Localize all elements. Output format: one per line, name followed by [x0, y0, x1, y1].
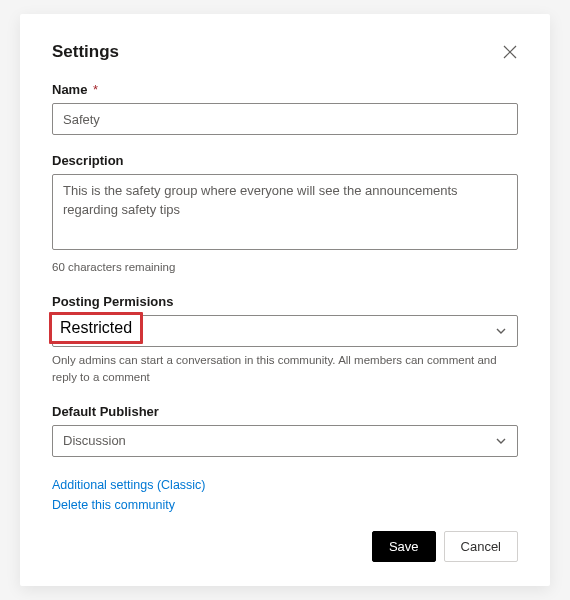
settings-dialog: Settings Name * Description This is the … — [20, 14, 550, 585]
dialog-header: Settings — [52, 42, 518, 62]
chevron-down-icon — [495, 435, 507, 447]
dialog-title: Settings — [52, 42, 119, 62]
links-group: Additional settings (Classic) Delete thi… — [52, 475, 518, 515]
save-button[interactable]: Save — [372, 531, 436, 562]
publisher-label: Default Publisher — [52, 404, 518, 419]
publisher-selected-value: Discussion — [63, 433, 126, 448]
posting-helper-text: Only admins can start a conversation in … — [52, 352, 518, 385]
default-publisher-select[interactable]: Discussion — [52, 425, 518, 457]
description-label: Description — [52, 153, 518, 168]
posting-highlight-text: Restricted — [60, 319, 132, 337]
dialog-footer: Save Cancel — [52, 531, 518, 562]
close-icon[interactable] — [502, 44, 518, 60]
posting-label: Posting Permisions — [52, 294, 518, 309]
description-remaining: 60 characters remaining — [52, 259, 518, 276]
name-input[interactable] — [52, 103, 518, 135]
name-field-group: Name * — [52, 82, 518, 135]
chevron-down-icon — [495, 325, 507, 337]
description-field-group: Description This is the safety group whe… — [52, 153, 518, 276]
name-label-text: Name — [52, 82, 87, 97]
required-marker: * — [93, 82, 98, 97]
posting-permissions-group: Posting Permisions Restricted Restricted… — [52, 294, 518, 385]
cancel-button[interactable]: Cancel — [444, 531, 518, 562]
additional-settings-link[interactable]: Additional settings (Classic) — [52, 475, 518, 495]
default-publisher-group: Default Publisher Discussion — [52, 404, 518, 457]
name-label: Name * — [52, 82, 518, 97]
posting-restricted-highlight: Restricted — [49, 312, 143, 344]
description-textarea[interactable]: This is the safety group where everyone … — [52, 174, 518, 250]
delete-community-link[interactable]: Delete this community — [52, 495, 518, 515]
